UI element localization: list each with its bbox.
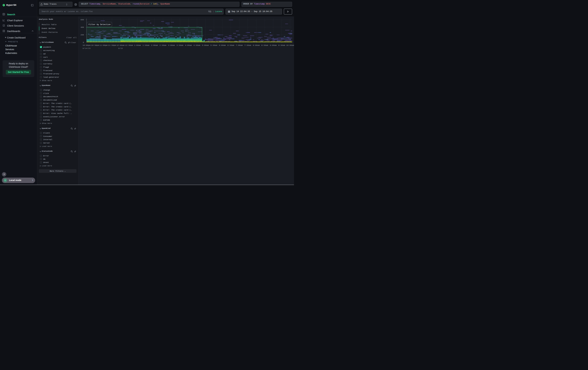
svg-text:10:00pm: 10:00pm <box>83 44 91 47</box>
svg-text:9/15: 9/15 <box>118 47 123 50</box>
svg-text:1:30am: 1:30am <box>143 44 149 47</box>
svg-text:8:00am: 8:00am <box>253 44 260 47</box>
svg-text:1:00am: 1:00am <box>134 44 141 47</box>
svg-text:10:00am: 10:00am <box>286 44 294 47</box>
svg-text:0: 0 <box>83 41 84 44</box>
svg-text:6:30am: 6:30am <box>227 44 234 47</box>
svg-text:5:30am: 5:30am <box>210 44 217 47</box>
svg-text:4:00am: 4:00am <box>185 44 192 47</box>
svg-text:12:00am: 12:00am <box>116 44 125 47</box>
svg-text:10:30pm: 10:30pm <box>91 44 99 47</box>
svg-text:3:30am: 3:30am <box>177 44 183 47</box>
svg-text:6:00am: 6:00am <box>219 44 226 47</box>
svg-text:200: 200 <box>81 34 84 36</box>
svg-text:11:30pm: 11:30pm <box>108 44 116 47</box>
svg-text:600: 600 <box>81 19 84 21</box>
svg-text:11:00pm: 11:00pm <box>99 44 107 47</box>
svg-text:8:30am: 8:30am <box>261 44 268 47</box>
svg-text:Filter by Selection: Filter by Selection <box>89 23 111 26</box>
svg-text:5:00am: 5:00am <box>202 44 209 47</box>
svg-text:4:30am: 4:30am <box>193 44 200 47</box>
svg-text:2:30am: 2:30am <box>159 44 166 47</box>
svg-text:12:30am: 12:30am <box>125 44 133 47</box>
svg-text:9/14/25: 9/14/25 <box>83 47 91 50</box>
svg-text:7:00am: 7:00am <box>236 44 243 47</box>
svg-text:7:30am: 7:30am <box>244 44 251 47</box>
svg-text:9:30am: 9:30am <box>278 44 285 47</box>
svg-text:400: 400 <box>81 26 84 29</box>
svg-text:3:00am: 3:00am <box>168 44 175 47</box>
svg-text:9:00am: 9:00am <box>270 44 277 47</box>
svg-text:2:00am: 2:00am <box>151 44 158 47</box>
